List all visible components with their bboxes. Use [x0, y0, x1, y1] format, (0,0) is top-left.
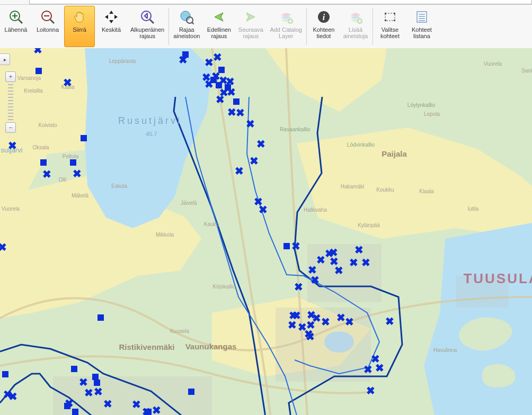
marker-square[interactable]: [233, 98, 240, 105]
svg-rect-24: [385, 20, 386, 21]
layers-add-icon: [278, 8, 295, 25]
svg-rect-33: [307, 244, 382, 302]
tool-label: Lähennä: [5, 26, 28, 33]
svg-line-1: [19, 20, 22, 23]
marker-x[interactable]: ✖: [205, 78, 214, 91]
marker-x[interactable]: ✖: [288, 319, 297, 331]
hand-icon: [71, 8, 88, 25]
marker-x[interactable]: ✖: [336, 311, 345, 324]
svg-rect-22: [385, 13, 386, 14]
toolbar-separator: [306, 8, 307, 45]
tool-label: Loitonna: [37, 26, 59, 33]
marker-square[interactable]: [283, 243, 290, 249]
marker-x[interactable]: ✖: [213, 51, 222, 64]
marker-x[interactable]: ✖: [294, 281, 303, 293]
marker-x[interactable]: ✖: [361, 256, 370, 269]
marker-x[interactable]: ✖: [385, 315, 394, 328]
marker-x[interactable]: ✖: [321, 315, 330, 328]
tool-label: Alkuperäinen rajaus: [130, 26, 164, 39]
marker-square[interactable]: [81, 135, 87, 141]
marker-x[interactable]: ✖: [349, 256, 358, 269]
sidebar-expand-tab[interactable]: ▸: [0, 53, 10, 65]
marker-square[interactable]: [40, 159, 47, 166]
marker-x[interactable]: ✖: [354, 243, 363, 256]
tool-label: Lisää aineistoja: [343, 26, 368, 39]
zoom-in-button[interactable]: Lähennä: [1, 6, 31, 47]
marker-x[interactable]: ✖: [73, 167, 82, 180]
marker-square[interactable]: [70, 159, 76, 166]
zoom-minus-button[interactable]: −: [5, 122, 16, 133]
marker-x[interactable]: ✖: [256, 138, 265, 150]
marker-x[interactable]: ✖: [345, 315, 354, 328]
extract-extent-button[interactable]: Rajaa aineistoon: [171, 6, 202, 47]
center-button[interactable]: Keskitä: [96, 6, 127, 47]
marker-x[interactable]: ✖: [8, 390, 17, 403]
marker-square[interactable]: [188, 389, 194, 395]
marker-x[interactable]: ✖: [0, 241, 7, 254]
marker-x[interactable]: ✖: [227, 86, 236, 98]
marker-x[interactable]: ✖: [316, 254, 325, 266]
marker-x[interactable]: ✖: [132, 398, 141, 411]
layers-add-icon: [347, 8, 364, 25]
marker-x[interactable]: ✖: [8, 139, 17, 152]
list-features-button[interactable]: Kohteet listana: [406, 6, 437, 47]
marker-x[interactable]: ✖: [33, 48, 42, 56]
tool-label: Edellinen rajaus: [207, 26, 231, 39]
zoom-slider[interactable]: + −: [5, 71, 16, 133]
marker-square[interactable]: [71, 366, 77, 372]
center-icon: [103, 8, 120, 25]
marker-x[interactable]: ✖: [94, 385, 103, 398]
marker-x[interactable]: ✖: [246, 118, 255, 130]
marker-x[interactable]: ✖: [334, 264, 343, 277]
svg-line-8: [150, 20, 154, 23]
zoom-plus-button[interactable]: +: [5, 71, 16, 82]
globe-zoom-icon: [178, 8, 195, 25]
prev-extent-button[interactable]: Edellinen rajaus: [203, 6, 234, 47]
marker-x[interactable]: ✖: [152, 404, 161, 415]
marker-x[interactable]: ✖: [306, 330, 315, 343]
marker-x[interactable]: ✖: [63, 76, 72, 89]
marker-x[interactable]: ✖: [84, 386, 93, 399]
marker-square[interactable]: [36, 68, 42, 74]
zoom-in-icon: [7, 8, 24, 25]
marker-x[interactable]: ✖: [291, 240, 300, 252]
chevron-right-icon: ▸: [4, 57, 6, 62]
select-features-button[interactable]: Valitse kohteet: [375, 6, 405, 47]
marker-x[interactable]: ✖: [236, 106, 245, 119]
map-canvas[interactable]: TUUSULA Rusutjärvi 45.7 Paijala Ristikiv…: [0, 48, 532, 415]
arrow-left-icon: [210, 8, 227, 25]
basemap-svg: [0, 48, 532, 415]
marker-x[interactable]: ✖: [42, 168, 51, 181]
tool-label: Seuraava rajaus: [238, 26, 263, 39]
info-icon: i: [315, 8, 332, 25]
zoom-ticks[interactable]: [5, 84, 16, 120]
marker-x[interactable]: ✖: [311, 274, 320, 286]
zoom-out-button[interactable]: Loitonna: [32, 6, 63, 47]
marker-square[interactable]: [97, 314, 104, 321]
marker-x[interactable]: ✖: [227, 106, 236, 119]
marker-x[interactable]: ✖: [250, 155, 259, 167]
marker-x[interactable]: ✖: [205, 56, 214, 69]
svg-text:i: i: [323, 13, 325, 22]
marker-x[interactable]: ✖: [65, 397, 74, 410]
marker-x[interactable]: ✖: [259, 203, 268, 216]
marker-x[interactable]: ✖: [179, 53, 188, 66]
marker-x[interactable]: ✖: [216, 93, 225, 106]
svg-line-12: [192, 22, 194, 24]
tool-label: Keskitä: [102, 26, 121, 33]
toolbar: Lähennä Loitonna Siirrä Keskitä Alkuperä…: [0, 5, 532, 49]
marker-x[interactable]: ✖: [366, 384, 375, 397]
marker-x[interactable]: ✖: [142, 405, 151, 415]
marker-square[interactable]: [2, 371, 8, 377]
marker-x[interactable]: ✖: [103, 398, 112, 410]
identify-button[interactable]: i Kohteen tiedot: [308, 6, 339, 47]
initial-extent-button[interactable]: Alkuperäinen rajaus: [128, 6, 167, 47]
toolbar-separator: [373, 8, 373, 45]
marker-x[interactable]: ✖: [235, 165, 244, 177]
add-catalog-layer-button: Add Catalog Layer: [267, 6, 305, 47]
marker-x[interactable]: ✖: [363, 363, 373, 376]
window-search-bar: [0, 0, 532, 5]
marker-x[interactable]: ✖: [375, 362, 384, 374]
tool-label: Add Catalog Layer: [270, 26, 302, 39]
pan-button[interactable]: Siirrä: [64, 6, 95, 47]
